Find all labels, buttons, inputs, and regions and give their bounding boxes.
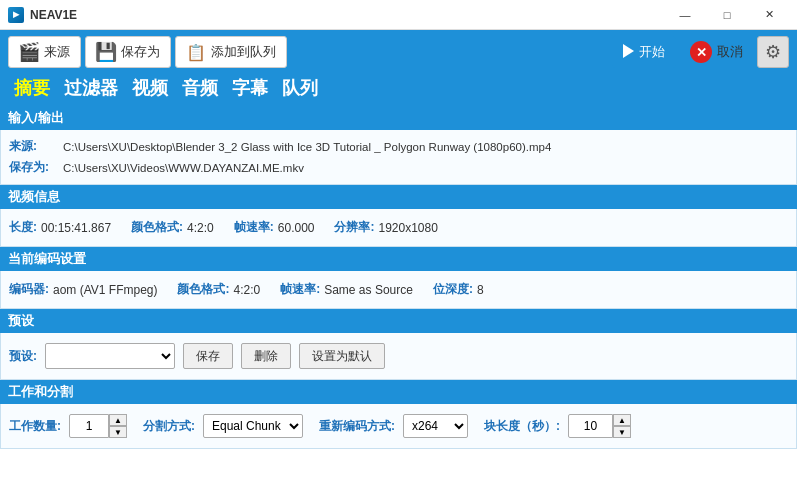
encoder-settings-section: 当前编码设置 编码器: aom (AV1 FFmpeg) 颜色格式: 4:2:0… [0,247,797,309]
video-info-section: 视频信息 长度: 00:15:41.867 颜色格式: 4:2:0 帧速率: 6… [0,185,797,247]
encoder-settings-header: 当前编码设置 [0,247,797,271]
duration-value: 00:15:41.867 [41,221,111,235]
jobs-segment-section: 工作和分割 工作数量: ▲ ▼ 分割方式: Equal Chunk 重新编码方式… [0,380,797,449]
resolution-item: 分辨率: 1920x1080 [334,219,437,236]
job-count-label: 工作数量: [9,418,61,435]
job-count-up[interactable]: ▲ [109,414,127,426]
save-icon: 💾 [96,42,116,62]
cancel-label: 取消 [717,43,743,61]
bit-depth-item: 位深度: 8 [433,281,484,298]
tab-summary[interactable]: 摘要 [8,74,56,102]
chunk-duration-down[interactable]: ▼ [613,426,631,438]
input-output-header: 输入/输出 [0,106,797,130]
set-default-button[interactable]: 设置为默认 [299,343,385,369]
tab-subtitles[interactable]: 字幕 [226,74,274,102]
chunk-duration-arrows: ▲ ▼ [613,414,631,438]
source-row: 来源: C:\Users\XU\Desktop\Blender 3_2 Glas… [9,136,788,157]
encoder-label: 编码器: [9,281,49,298]
job-count-arrows: ▲ ▼ [109,414,127,438]
encoder-row: 编码器: aom (AV1 FFmpeg) 颜色格式: 4:2:0 帧速率: S… [9,277,788,302]
frame-rate-item: 帧速率: 60.000 [234,219,315,236]
input-output-section: 输入/输出 来源: C:\Users\XU\Desktop\Blender 3_… [0,106,797,185]
segment-method-label: 分割方式: [143,418,195,435]
bit-depth-label: 位深度: [433,281,473,298]
reencode-method-select[interactable]: x264 [403,414,468,438]
preset-body: 预设: 保存 删除 设置为默认 [0,333,797,380]
gear-icon: ⚙ [765,41,781,63]
save-to-label: 保存为: [9,159,59,176]
color-format-label: 颜色格式: [131,219,183,236]
toolbar: 🎬 来源 💾 保存为 📋 添加到队列 开始 ✕ 取消 ⚙ [0,30,797,74]
tab-audio[interactable]: 音频 [176,74,224,102]
job-count-down[interactable]: ▼ [109,426,127,438]
jobs-row: 工作数量: ▲ ▼ 分割方式: Equal Chunk 重新编码方式: x264… [9,410,788,442]
cancel-icon: ✕ [690,41,712,63]
chunk-duration-input[interactable] [568,414,613,438]
color-format-item: 颜色格式: 4:2:0 [131,219,214,236]
duration-item: 长度: 00:15:41.867 [9,219,111,236]
preset-section: 预设 预设: 保存 删除 设置为默认 [0,309,797,380]
copy-icon: 📋 [186,42,206,62]
start-label: 开始 [639,43,665,61]
save-as-label: 保存为 [121,43,160,61]
color-format-value: 4:2:0 [187,221,214,235]
film-icon: 🎬 [19,42,39,62]
cancel-button[interactable]: ✕ 取消 [680,36,753,68]
nav-tabs: 摘要 过滤器 视频 音频 字幕 队列 [0,74,797,106]
enc-frame-rate-item: 帧速率: Same as Source [280,281,413,298]
preset-row: 预设: 保存 删除 设置为默认 [9,339,788,373]
chunk-duration-box: ▲ ▼ [568,414,631,438]
settings-button[interactable]: ⚙ [757,36,789,68]
play-icon [623,44,634,61]
title-bar: ▶ NEAV1E — □ ✕ [0,0,797,30]
reencode-method-label: 重新编码方式: [319,418,395,435]
encoder-value: aom (AV1 FFmpeg) [53,283,157,297]
source-button[interactable]: 🎬 来源 [8,36,81,68]
save-as-button[interactable]: 💾 保存为 [85,36,171,68]
chunk-duration-label: 块长度（秒）: [484,418,560,435]
maximize-button[interactable]: □ [707,5,747,25]
window-controls: — □ ✕ [665,5,789,25]
jobs-segment-header: 工作和分割 [0,380,797,404]
segment-method-select[interactable]: Equal Chunk [203,414,303,438]
job-count-box: ▲ ▼ [69,414,127,438]
input-output-body: 来源: C:\Users\XU\Desktop\Blender 3_2 Glas… [0,130,797,185]
resolution-label: 分辨率: [334,219,374,236]
save-to-value: C:\Users\XU\Videos\WWW.DAYANZAI.ME.mkv [63,162,304,174]
chunk-duration-up[interactable]: ▲ [613,414,631,426]
source-label: 来源: [9,138,59,155]
resolution-value: 1920x1080 [378,221,437,235]
enc-frame-rate-label: 帧速率: [280,281,320,298]
job-count-input[interactable] [69,414,109,438]
preset-label: 预设: [9,348,37,365]
encoder-settings-body: 编码器: aom (AV1 FFmpeg) 颜色格式: 4:2:0 帧速率: S… [0,271,797,309]
jobs-segment-body: 工作数量: ▲ ▼ 分割方式: Equal Chunk 重新编码方式: x264… [0,404,797,449]
minimize-button[interactable]: — [665,5,705,25]
delete-preset-button[interactable]: 删除 [241,343,291,369]
main-content: 输入/输出 来源: C:\Users\XU\Desktop\Blender 3_… [0,106,797,500]
enc-color-format-label: 颜色格式: [177,281,229,298]
duration-label: 长度: [9,219,37,236]
save-preset-button[interactable]: 保存 [183,343,233,369]
add-queue-label: 添加到队列 [211,43,276,61]
add-queue-button[interactable]: 📋 添加到队列 [175,36,287,68]
tab-queue[interactable]: 队列 [276,74,324,102]
app-title: NEAV1E [30,8,77,22]
video-info-header: 视频信息 [0,185,797,209]
enc-frame-rate-value: Same as Source [324,283,413,297]
encoder-item: 编码器: aom (AV1 FFmpeg) [9,281,157,298]
preset-select[interactable] [45,343,175,369]
preset-header: 预设 [0,309,797,333]
save-to-row: 保存为: C:\Users\XU\Videos\WWW.DAYANZAI.ME.… [9,157,788,178]
frame-rate-label: 帧速率: [234,219,274,236]
frame-rate-value: 60.000 [278,221,315,235]
tab-filters[interactable]: 过滤器 [58,74,124,102]
tab-video[interactable]: 视频 [126,74,174,102]
source-label: 来源 [44,43,70,61]
enc-color-format-value: 4:2:0 [233,283,260,297]
video-info-row: 长度: 00:15:41.867 颜色格式: 4:2:0 帧速率: 60.000… [9,215,788,240]
close-button[interactable]: ✕ [749,5,789,25]
enc-color-format-item: 颜色格式: 4:2:0 [177,281,260,298]
start-button[interactable]: 开始 [612,36,676,68]
video-info-body: 长度: 00:15:41.867 颜色格式: 4:2:0 帧速率: 60.000… [0,209,797,247]
